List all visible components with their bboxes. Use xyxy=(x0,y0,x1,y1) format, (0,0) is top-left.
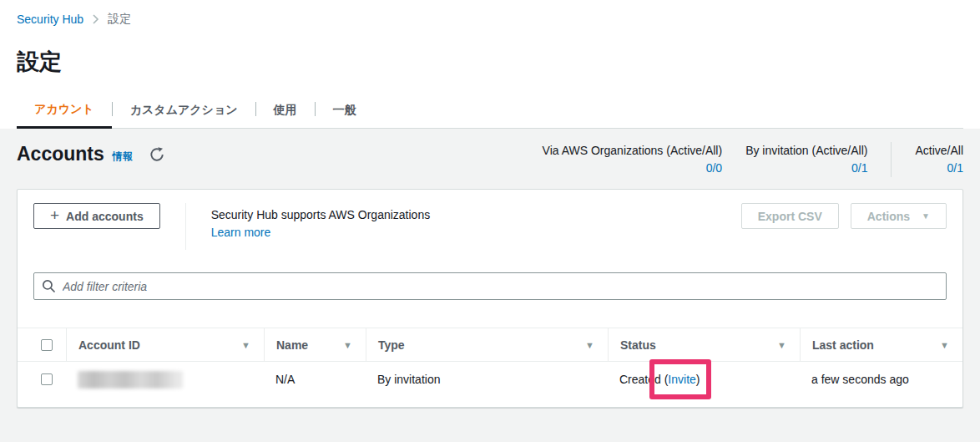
column-label: Name xyxy=(276,338,308,352)
sort-caret-icon[interactable]: ▼ xyxy=(585,340,594,350)
plus-icon: + xyxy=(50,207,59,223)
chevron-down-icon: ▼ xyxy=(922,211,930,221)
column-header-type[interactable]: Type ▼ xyxy=(366,328,608,361)
actions-button[interactable]: Actions ▼ xyxy=(851,203,947,229)
table-row: N/A By invitation Created (Invite) a few… xyxy=(18,362,962,397)
column-header-status[interactable]: Status ▼ xyxy=(608,328,800,361)
page-title: 設定 xyxy=(17,47,963,77)
tab-custom-actions[interactable]: カスタムアクション xyxy=(113,92,255,129)
status-cell: Created (Invite) xyxy=(608,362,800,397)
tab-accounts[interactable]: アカウント xyxy=(17,92,112,129)
last-action-cell: a few seconds ago xyxy=(800,362,962,397)
tab-usage[interactable]: 使用 xyxy=(256,92,315,129)
refresh-icon xyxy=(149,152,164,165)
sort-caret-icon[interactable]: ▼ xyxy=(940,340,949,350)
sort-caret-icon[interactable]: ▼ xyxy=(777,340,786,350)
support-block: Security Hub supports AWS Organizations … xyxy=(211,203,431,241)
filter-input[interactable] xyxy=(33,272,947,300)
column-label: Status xyxy=(620,338,656,352)
stat-by-invitation: By invitation (Active/All) 0/1 xyxy=(722,142,867,177)
toolbar-divider xyxy=(185,203,186,250)
accounts-toolbar: + Add accounts Security Hub supports AWS… xyxy=(18,190,962,250)
accounts-table: Account ID ▼ Name ▼ Type ▼ Status ▼ Last… xyxy=(18,328,962,397)
stat-label: Via AWS Organizations (Active/All) xyxy=(543,142,723,159)
page-header-area: Security Hub 設定 設定 アカウント カスタムアクション 使用 一般 xyxy=(0,0,980,129)
accounts-section: Accounts 情報 Via AWS Organizations (Activ… xyxy=(0,142,980,408)
accounts-card: + Add accounts Security Hub supports AWS… xyxy=(17,189,963,408)
select-all-checkbox[interactable] xyxy=(41,339,53,351)
breadcrumb-link-security-hub[interactable]: Security Hub xyxy=(17,13,83,26)
table-header-row: Account ID ▼ Name ▼ Type ▼ Status ▼ Last… xyxy=(18,328,962,362)
status-text: ) xyxy=(696,373,700,386)
filter-bar xyxy=(33,272,947,300)
stat-via-aws-organizations: Via AWS Organizations (Active/All) 0/0 xyxy=(519,142,723,177)
add-accounts-button[interactable]: + Add accounts xyxy=(33,203,160,229)
stat-label: By invitation (Active/All) xyxy=(745,142,867,159)
tab-general[interactable]: 一般 xyxy=(316,92,374,129)
add-accounts-label: Add accounts xyxy=(66,210,144,223)
info-link[interactable]: 情報 xyxy=(113,150,133,164)
row-checkbox[interactable] xyxy=(41,373,53,385)
refresh-button[interactable] xyxy=(148,145,166,166)
name-cell: N/A xyxy=(264,362,366,397)
breadcrumb: Security Hub 設定 xyxy=(17,0,963,27)
column-header-last-action[interactable]: Last action ▼ xyxy=(800,328,962,361)
stat-value-link[interactable]: 0/1 xyxy=(915,159,963,177)
sort-caret-icon[interactable]: ▼ xyxy=(343,340,352,350)
learn-more-link[interactable]: Learn more xyxy=(211,223,271,241)
breadcrumb-chevron-icon xyxy=(92,14,99,24)
accounts-stats: Via AWS Organizations (Active/All) 0/0 B… xyxy=(519,142,963,177)
export-csv-button[interactable]: Export CSV xyxy=(741,203,839,229)
stat-value-link[interactable]: 0/0 xyxy=(543,159,723,177)
actions-label: Actions xyxy=(867,210,910,223)
status-text: Created ( xyxy=(619,373,668,386)
column-label: Type xyxy=(378,338,405,352)
account-id-redacted xyxy=(78,371,183,389)
breadcrumb-current: 設定 xyxy=(108,12,131,27)
stat-value-link[interactable]: 0/1 xyxy=(745,159,867,177)
column-header-account-id[interactable]: Account ID ▼ xyxy=(66,328,264,361)
sort-caret-icon[interactable]: ▼ xyxy=(241,340,250,350)
accounts-header: Accounts 情報 Via AWS Organizations (Activ… xyxy=(17,142,963,177)
stat-label: Active/All xyxy=(915,142,963,159)
column-label: Account ID xyxy=(78,338,140,352)
type-cell: By invitation xyxy=(366,362,608,397)
accounts-title: Accounts xyxy=(17,143,104,165)
stat-active-all: Active/All 0/1 xyxy=(892,142,963,177)
tab-bar: アカウント カスタムアクション 使用 一般 xyxy=(17,92,963,129)
support-text: Security Hub supports AWS Organizations xyxy=(211,206,431,223)
invite-link[interactable]: Invite xyxy=(668,373,695,386)
column-label: Last action xyxy=(812,338,874,352)
column-header-name[interactable]: Name ▼ xyxy=(264,328,366,361)
